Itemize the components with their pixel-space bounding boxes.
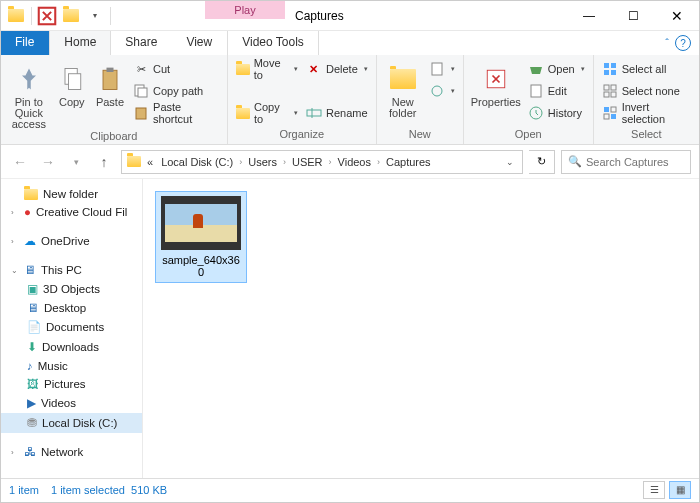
- copy-path-icon: [133, 83, 149, 99]
- tree-3d-objects[interactable]: ▣3D Objects: [1, 279, 142, 299]
- nav-up-button[interactable]: ↑: [93, 151, 115, 173]
- window-title: Captures: [285, 1, 567, 30]
- history-icon: [528, 105, 544, 121]
- paste-button[interactable]: Paste: [93, 59, 127, 108]
- tree-videos[interactable]: ▶Videos: [1, 393, 142, 413]
- address-dropdown[interactable]: ⌄: [502, 157, 518, 167]
- svg-rect-15: [611, 63, 616, 68]
- tree-downloads[interactable]: ⬇Downloads: [1, 337, 142, 357]
- breadcrumb[interactable]: Captures: [383, 156, 434, 168]
- refresh-button[interactable]: ↻: [529, 150, 555, 174]
- close-button[interactable]: ✕: [655, 1, 699, 31]
- delete-icon: ✕: [306, 61, 322, 77]
- svg-rect-20: [604, 92, 609, 97]
- ribbon-group-organize: Move to▾ Copy to▾ ✕Delete▾ Rename Organi…: [228, 55, 377, 144]
- svg-rect-24: [604, 114, 609, 119]
- tree-local-disk[interactable]: ⛃Local Disk (C:): [1, 413, 142, 433]
- svg-rect-21: [611, 92, 616, 97]
- svg-rect-4: [106, 68, 113, 72]
- select-none-button[interactable]: Select none: [600, 81, 693, 101]
- disk-icon: ⛃: [27, 416, 37, 430]
- tree-desktop[interactable]: 🖥Desktop: [1, 299, 142, 317]
- copy-to-button[interactable]: Copy to▾: [234, 103, 300, 123]
- content-pane[interactable]: sample_640x360: [143, 179, 699, 478]
- tree-pictures[interactable]: 🖼Pictures: [1, 375, 142, 393]
- qat-dropdown[interactable]: ▾: [84, 5, 106, 27]
- svg-rect-18: [604, 85, 609, 90]
- new-item-button[interactable]: ▾: [427, 59, 457, 79]
- tab-home[interactable]: Home: [49, 31, 111, 55]
- move-to-icon: [236, 61, 250, 77]
- move-to-button[interactable]: Move to▾: [234, 59, 300, 79]
- svg-point-10: [432, 86, 442, 96]
- open-icon: [528, 61, 544, 77]
- qat-new-folder-icon[interactable]: [60, 5, 82, 27]
- nav-forward-button[interactable]: →: [37, 151, 59, 173]
- ribbon-group-open: Properties Open▾ Edit History Open: [464, 55, 594, 144]
- ribbon-group-new: New folder ▾ ▾ New: [377, 55, 464, 144]
- address-bar[interactable]: « Local Disk (C:)› Users› USER› Videos› …: [121, 150, 523, 174]
- tab-file[interactable]: File: [1, 31, 49, 55]
- paste-icon: [94, 63, 126, 95]
- breadcrumb[interactable]: USER: [289, 156, 326, 168]
- invert-selection-icon: [602, 105, 618, 121]
- new-folder-icon: [387, 63, 419, 95]
- tree-new-folder[interactable]: New folder: [1, 185, 142, 203]
- tab-share[interactable]: Share: [111, 31, 172, 55]
- ribbon-tabs: File Home Share View Video Tools ˆ ?: [1, 31, 699, 55]
- contextual-tab-play[interactable]: Play: [205, 1, 285, 19]
- breadcrumb[interactable]: Local Disk (C:): [158, 156, 236, 168]
- collapse-ribbon-icon[interactable]: ˆ: [665, 37, 669, 49]
- pin-icon: [13, 63, 45, 95]
- objects3d-icon: ▣: [27, 282, 38, 296]
- copy-button[interactable]: Copy: [55, 59, 89, 108]
- details-view-button[interactable]: ☰: [643, 481, 665, 499]
- cut-button[interactable]: ✂Cut: [131, 59, 221, 79]
- select-all-button[interactable]: Select all: [600, 59, 693, 79]
- music-icon: ♪: [27, 360, 33, 372]
- svg-rect-23: [611, 107, 616, 112]
- icons-view-button[interactable]: ▦: [669, 481, 691, 499]
- status-item-count: 1 item: [9, 484, 39, 496]
- navigation-tree[interactable]: New folder ›●Creative Cloud Fil ›☁OneDri…: [1, 179, 143, 478]
- nav-recent-button[interactable]: ▾: [65, 151, 87, 173]
- invert-selection-button[interactable]: Invert selection: [600, 103, 693, 123]
- nav-back-button[interactable]: ←: [9, 151, 31, 173]
- tree-documents[interactable]: 📄Documents: [1, 317, 142, 337]
- edit-button[interactable]: Edit: [526, 81, 587, 101]
- breadcrumb[interactable]: Users: [245, 156, 280, 168]
- address-folder-icon: [126, 154, 142, 170]
- qat-properties-icon[interactable]: [36, 5, 58, 27]
- rename-icon: [306, 105, 322, 121]
- maximize-button[interactable]: ☐: [611, 1, 655, 31]
- breadcrumb[interactable]: Videos: [335, 156, 374, 168]
- search-box[interactable]: 🔍: [561, 150, 691, 174]
- tree-onedrive[interactable]: ›☁OneDrive: [1, 231, 142, 251]
- delete-button[interactable]: ✕Delete▾: [304, 59, 370, 79]
- paste-shortcut-button[interactable]: Paste shortcut: [131, 103, 221, 123]
- help-icon[interactable]: ?: [675, 35, 691, 51]
- quick-access-toolbar: ▾: [1, 1, 117, 30]
- tree-creative-cloud[interactable]: ›●Creative Cloud Fil: [1, 203, 142, 221]
- svg-rect-25: [611, 114, 616, 119]
- copy-path-button[interactable]: Copy path: [131, 81, 221, 101]
- properties-button[interactable]: Properties: [470, 59, 522, 108]
- svg-rect-7: [136, 108, 146, 119]
- tree-music[interactable]: ♪Music: [1, 357, 142, 375]
- tab-view[interactable]: View: [172, 31, 227, 55]
- history-button[interactable]: History: [526, 103, 587, 123]
- app-icon[interactable]: [5, 5, 27, 27]
- new-folder-button[interactable]: New folder: [383, 59, 423, 119]
- tab-video-tools[interactable]: Video Tools: [227, 31, 319, 55]
- pin-to-quick-access-button[interactable]: Pin to Quick access: [7, 59, 51, 130]
- minimize-button[interactable]: —: [567, 1, 611, 31]
- tree-this-pc[interactable]: ⌄🖥This PC: [1, 261, 142, 279]
- creative-cloud-icon: ●: [24, 206, 31, 218]
- file-item[interactable]: sample_640x360: [155, 191, 247, 283]
- svg-rect-17: [611, 70, 616, 75]
- search-input[interactable]: [586, 156, 684, 168]
- rename-button[interactable]: Rename: [304, 103, 370, 123]
- tree-network[interactable]: ›🖧Network: [1, 443, 142, 461]
- open-button[interactable]: Open▾: [526, 59, 587, 79]
- easy-access-button[interactable]: ▾: [427, 81, 457, 101]
